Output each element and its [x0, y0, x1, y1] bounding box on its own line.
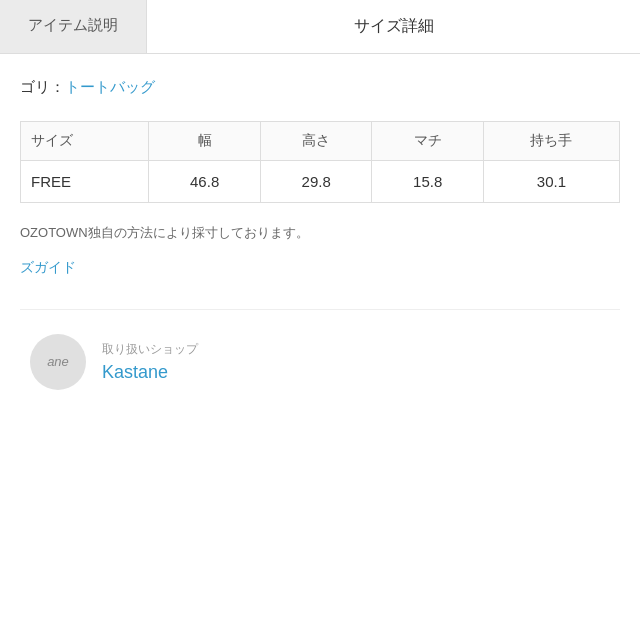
cell-depth: 15.8 — [372, 161, 484, 203]
main-content: ゴリ：トートバッグ サイズ 幅 高さ マチ 持ち手 FREE 46.8 29.8… — [0, 54, 640, 410]
shop-section: ane 取り扱いショップ Kastane — [20, 334, 620, 390]
col-header-handle: 持ち手 — [483, 122, 619, 161]
tab-size-detail[interactable]: サイズ詳細 — [147, 0, 640, 53]
shop-info: 取り扱いショップ Kastane — [102, 341, 198, 383]
tab-item-description[interactable]: アイテム説明 — [0, 0, 147, 53]
shop-name[interactable]: Kastane — [102, 362, 198, 383]
col-header-width: 幅 — [149, 122, 261, 161]
category-prefix: ゴリ： — [20, 78, 65, 95]
cell-width: 46.8 — [149, 161, 261, 203]
cell-size: FREE — [21, 161, 149, 203]
cell-height: 29.8 — [260, 161, 372, 203]
cell-handle: 30.1 — [483, 161, 619, 203]
shop-avatar: ane — [30, 334, 86, 390]
col-header-size: サイズ — [21, 122, 149, 161]
tabs-container: アイテム説明 サイズ詳細 — [0, 0, 640, 54]
size-table: サイズ 幅 高さ マチ 持ち手 FREE 46.8 29.8 15.8 30.1 — [20, 121, 620, 203]
category-link[interactable]: トートバッグ — [65, 78, 155, 95]
size-guide-link[interactable]: ズガイド — [20, 259, 76, 275]
col-header-depth: マチ — [372, 122, 484, 161]
table-header-row: サイズ 幅 高さ マチ 持ち手 — [21, 122, 620, 161]
category-row: ゴリ：トートバッグ — [20, 78, 620, 97]
table-row: FREE 46.8 29.8 15.8 30.1 — [21, 161, 620, 203]
section-divider — [20, 309, 620, 310]
shop-label: 取り扱いショップ — [102, 341, 198, 358]
col-header-height: 高さ — [260, 122, 372, 161]
measurement-note: OZOTOWN独自の方法により採寸しております。 — [20, 223, 620, 244]
